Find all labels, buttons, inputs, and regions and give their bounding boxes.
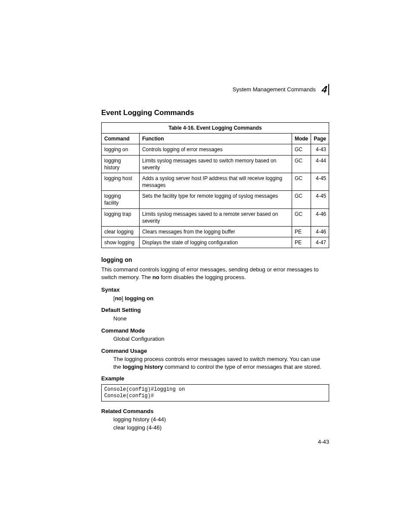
command-usage-text: The logging process controls error messa… xyxy=(113,355,329,370)
table-header-row: Command Function Mode Page xyxy=(102,134,329,144)
cell-command: logging host xyxy=(102,173,140,190)
cell-page: 4-46 xyxy=(311,208,329,226)
desc-text: form disables the logging process. xyxy=(159,274,246,280)
cell-function: Controls logging of error messages xyxy=(139,144,292,155)
running-header-text: System Management Commands xyxy=(233,86,316,93)
table-row: logging history Limits syslog messages s… xyxy=(102,155,329,173)
cell-mode: PE xyxy=(292,227,311,237)
page-number: 4-43 xyxy=(318,438,329,446)
cell-page: 4-45 xyxy=(311,173,329,190)
cell-function: Sets the facility type for remote loggin… xyxy=(139,191,292,208)
table-row: logging facility Sets the facility type … xyxy=(102,191,329,208)
command-mode-label: Command Mode xyxy=(101,327,329,335)
cell-command: clear logging xyxy=(102,227,140,237)
usage-bold: logging history xyxy=(123,364,163,370)
table-row: logging host Adds a syslog server host I… xyxy=(102,173,329,190)
command-description: This command controls logging of error m… xyxy=(101,266,329,281)
syntax-bracket: ] xyxy=(122,295,125,302)
cell-command: logging history xyxy=(102,155,140,173)
cell-mode: GC xyxy=(292,208,311,226)
running-header: System Management Commands 4 xyxy=(101,84,329,95)
col-page: Page xyxy=(311,134,329,144)
section-title: Event Logging Commands xyxy=(101,108,329,118)
cell-page: 4-46 xyxy=(311,227,329,237)
cell-command: logging facility xyxy=(102,191,140,208)
syntax-label: Syntax xyxy=(101,286,329,294)
cell-function: Limits syslog messages saved to switch m… xyxy=(139,155,292,173)
cell-function: Displays the state of logging configurat… xyxy=(139,237,292,248)
related-commands-label: Related Commands xyxy=(101,408,329,415)
table-row: show logging Displays the state of loggi… xyxy=(102,237,329,248)
related-command-item: clear logging (4-46) xyxy=(113,424,329,432)
commands-table: Table 4-16. Event Logging Commands Comma… xyxy=(101,122,329,248)
cell-function: Adds a syslog server host IP address tha… xyxy=(139,173,292,190)
related-command-item: logging history (4-44) xyxy=(113,416,329,423)
usage-text: command to control the type of error mes… xyxy=(163,364,321,370)
default-setting-label: Default Setting xyxy=(101,306,329,314)
command-mode-value: Global Configuration xyxy=(113,335,329,343)
cell-mode: GC xyxy=(292,191,311,208)
table-caption: Table 4-16. Event Logging Commands xyxy=(101,122,329,133)
cell-page: 4-44 xyxy=(311,155,329,173)
cell-command: show logging xyxy=(102,237,140,248)
command-name-heading: logging on xyxy=(101,256,329,264)
cell-page: 4-45 xyxy=(311,191,329,208)
cell-page: 4-47 xyxy=(311,237,329,248)
table-row: clear logging Clears messages from the l… xyxy=(102,227,329,237)
col-command: Command xyxy=(102,134,140,144)
syntax-line: [no] logging on xyxy=(113,295,329,302)
syntax-no: no xyxy=(115,295,122,302)
table-row: logging on Controls logging of error mes… xyxy=(102,144,329,155)
cell-mode: GC xyxy=(292,144,311,155)
cell-function: Clears messages from the logging buffer xyxy=(139,227,292,237)
desc-bold: no xyxy=(153,274,159,280)
syntax-command: logging on xyxy=(125,295,153,302)
cell-page: 4-43 xyxy=(311,144,329,155)
cell-mode: GC xyxy=(292,155,311,173)
command-usage-label: Command Usage xyxy=(101,347,329,355)
cell-function: Limits syslog messages saved to a remote… xyxy=(139,208,292,226)
example-code: Console(config)#logging on Console(confi… xyxy=(101,384,329,401)
cell-command: logging on xyxy=(102,144,140,155)
cell-mode: GC xyxy=(292,173,311,190)
default-setting-value: None xyxy=(113,315,329,323)
page: System Management Commands 4 Event Loggi… xyxy=(0,0,411,532)
chapter-number: 4 xyxy=(321,85,327,94)
col-function: Function xyxy=(139,134,292,144)
example-label: Example xyxy=(101,375,329,383)
cell-command: logging trap xyxy=(102,208,140,226)
chapter-icon: 4 xyxy=(322,84,329,95)
cell-mode: PE xyxy=(292,237,311,248)
col-mode: Mode xyxy=(292,134,311,144)
table-row: logging trap Limits syslog messages save… xyxy=(102,208,329,226)
